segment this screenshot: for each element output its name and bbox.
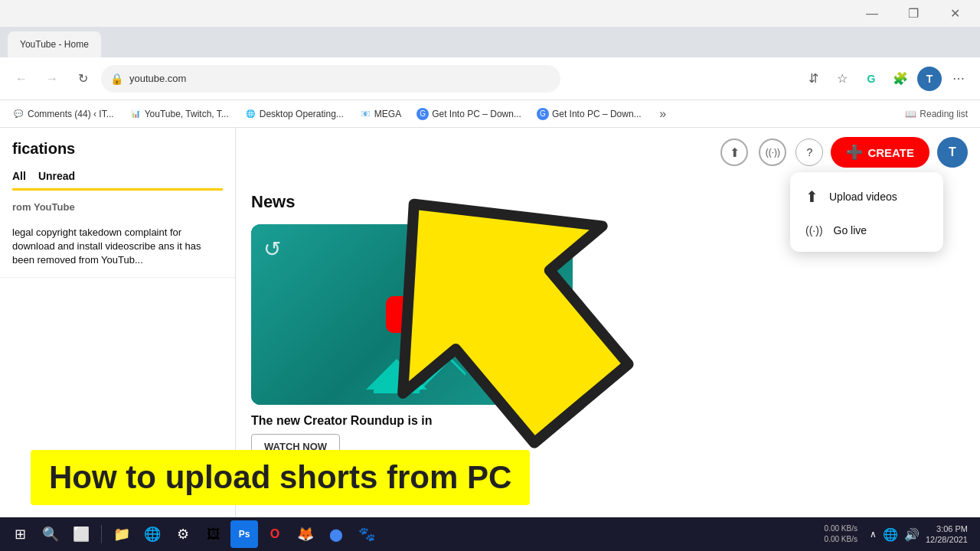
- restore-button[interactable]: ❐: [896, 0, 931, 27]
- play-button[interactable]: [386, 296, 438, 333]
- back-button[interactable]: ←: [9, 67, 34, 91]
- net-down-speed: 0.00 KB/s: [825, 534, 858, 545]
- go-live-label: Go live: [834, 224, 867, 236]
- show-hidden-icon[interactable]: ∧: [870, 529, 877, 540]
- bookmark-getintopc1[interactable]: G Get Into PC – Down...: [410, 105, 528, 123]
- network-icon[interactable]: 🌐: [883, 527, 898, 542]
- upload-videos-label: Upload videos: [829, 191, 897, 203]
- clock-date: 12/28/2021: [926, 534, 968, 545]
- upload-videos-item[interactable]: ⬆ Upload videos: [790, 178, 943, 215]
- app-taskbar-icon[interactable]: 🐾: [353, 520, 381, 548]
- notification-text: legal copyright takedown complaint for d…: [12, 226, 223, 268]
- bookmark-label-mega: MEGA: [374, 109, 401, 119]
- start-button[interactable]: ⊞: [6, 520, 34, 548]
- tab-search-icon[interactable]: ⇵: [801, 67, 825, 91]
- news-section: News ↺ The new Crea: [251, 192, 634, 459]
- bookmark-favicon-g1: G: [416, 108, 429, 120]
- reading-list-label: Reading list: [920, 109, 968, 119]
- taskbar-right: 0.00 KB/s 0.00 KB/s ∧ 🌐 🔊 3:06 PM 12/28/…: [825, 523, 974, 546]
- bookmark-it-comments[interactable]: 💬 Comments (44) ‹ IT...: [6, 105, 120, 123]
- chrome-taskbar-icon[interactable]: ⬤: [322, 520, 350, 548]
- search-button[interactable]: 🔍: [37, 520, 64, 548]
- active-tab[interactable]: YouTube - Home: [8, 31, 101, 57]
- bookmark-label-os: Desktop Operating...: [260, 109, 344, 119]
- settings-menu-icon[interactable]: ⋯: [946, 67, 971, 91]
- create-icon: ➕: [846, 144, 863, 161]
- net-up-speed: 0.00 KB/s: [825, 523, 858, 534]
- create-button[interactable]: ➕ CREATE: [831, 137, 929, 168]
- yt-profile-avatar[interactable]: T: [937, 137, 968, 168]
- notification-source: rom YouTube: [0, 191, 235, 217]
- bookmarks-bar: 💬 Comments (44) ‹ IT... 📊 YouTube, Twitc…: [0, 100, 980, 128]
- bookmark-youtube-twitch[interactable]: 📊 YouTube, Twitch, T...: [123, 105, 235, 123]
- favorites-icon[interactable]: ☆: [830, 67, 854, 91]
- forward-button[interactable]: →: [40, 67, 64, 91]
- live-icon-btn[interactable]: ((·)): [757, 137, 788, 168]
- address-bar[interactable]: 🔒 youtube.com: [101, 65, 560, 93]
- grammarly-icon[interactable]: G: [859, 67, 884, 91]
- close-button[interactable]: ✕: [937, 0, 972, 27]
- profile-avatar[interactable]: T: [917, 67, 942, 91]
- filter-tab-unread[interactable]: Unread: [38, 164, 75, 188]
- filter-bar: All Unread: [12, 164, 223, 191]
- yt-header-actions: ⬆ ((·)) ? ➕ CREATE T: [707, 128, 980, 177]
- taskview-button[interactable]: ⬜: [67, 520, 95, 548]
- tab-bar: YouTube - Home: [0, 27, 980, 57]
- bookmark-label-yt: YouTube, Twitch, T...: [145, 109, 229, 119]
- caption-bar: How to upload shorts from PC: [0, 450, 980, 505]
- video-thumbnail[interactable]: ↺: [251, 224, 573, 405]
- bookmark-favicon-comments: 💬: [12, 108, 24, 120]
- explorer-taskbar-icon[interactable]: 📁: [108, 520, 136, 548]
- news-title: News: [251, 192, 634, 212]
- title-bar: — ❐ ✕: [0, 0, 980, 27]
- photos-taskbar-icon[interactable]: 🖼: [200, 520, 227, 548]
- clock-time: 3:06 PM: [926, 523, 968, 534]
- nav-actions: ⇵ ☆ G 🧩 T ⋯: [801, 67, 971, 91]
- bookmark-label-comments: Comments (44) ‹ IT...: [28, 109, 114, 119]
- minimize-button[interactable]: —: [854, 0, 890, 27]
- notifications-title: fications: [12, 140, 223, 158]
- video-inner: ↺: [251, 224, 573, 405]
- go-live-icon: ((·)): [805, 224, 823, 236]
- nav-bar: ← → ↻ 🔒 youtube.com ⇵ ☆ G 🧩 T ⋯: [0, 57, 980, 100]
- settings-taskbar-icon[interactable]: ⚙: [169, 520, 197, 548]
- caption-text: How to upload shorts from PC: [31, 450, 530, 505]
- video-info-title: The new Creator Roundup is in: [251, 414, 634, 428]
- reading-list-button[interactable]: 📖 Reading list: [899, 106, 974, 122]
- opera-taskbar-icon[interactable]: O: [261, 520, 289, 548]
- bookmark-label-g1: Get Into PC – Down...: [432, 109, 521, 119]
- help-icon-btn[interactable]: ?: [795, 139, 823, 166]
- upload-icon-btn[interactable]: ⬆: [719, 137, 750, 168]
- bookmark-favicon-yt: 📊: [129, 108, 142, 120]
- edge-taskbar-icon[interactable]: 🌐: [139, 520, 166, 548]
- notification-item[interactable]: legal copyright takedown complaint for d…: [0, 217, 235, 278]
- bookmark-label-g2: Get Into PC – Down...: [552, 109, 642, 119]
- volume-icon[interactable]: 🔊: [904, 527, 920, 542]
- taskbar-separator: [101, 525, 102, 543]
- go-live-item[interactable]: ((·)) Go live: [790, 215, 943, 246]
- taskbar-clock[interactable]: 3:06 PM 12/28/2021: [926, 523, 968, 546]
- bookmark-favicon-g2: G: [537, 108, 549, 120]
- reading-list-icon: 📖: [905, 109, 916, 119]
- bookmark-favicon-mega: 📧: [359, 108, 371, 120]
- filter-tab-all[interactable]: All: [12, 164, 26, 188]
- taskbar: ⊞ 🔍 ⬜ 📁 🌐 ⚙ 🖼 Ps O 🦊 ⬤ 🐾 0.00 KB/s 0.00 …: [0, 517, 980, 551]
- bookmark-mega[interactable]: 📧 MEGA: [353, 105, 407, 123]
- more-bookmarks-button[interactable]: »: [652, 103, 674, 125]
- bookmark-getintopc2[interactable]: G Get Into PC – Down...: [531, 105, 648, 123]
- net-speed: 0.00 KB/s 0.00 KB/s: [825, 523, 858, 545]
- live-icon: ((·)): [759, 139, 786, 166]
- firefox-taskbar-icon[interactable]: 🦊: [292, 520, 319, 548]
- teal-arrows-decoration: [358, 351, 466, 397]
- address-text: youtube.com: [129, 73, 186, 84]
- create-label: CREATE: [867, 146, 914, 159]
- bookmark-desktop-os[interactable]: 🌐 Desktop Operating...: [238, 105, 350, 123]
- main-content: fications All Unread rom YouTube legal c…: [0, 128, 980, 551]
- ps-taskbar-icon[interactable]: Ps: [230, 520, 258, 548]
- bookmark-favicon-os: 🌐: [244, 108, 256, 120]
- upload-icon: ⬆: [720, 139, 748, 166]
- extensions-icon[interactable]: 🧩: [888, 67, 913, 91]
- refresh-button[interactable]: ↻: [70, 67, 95, 91]
- upload-videos-icon: ⬆: [805, 187, 818, 206]
- refresh-overlay-icon: ↺: [263, 236, 281, 262]
